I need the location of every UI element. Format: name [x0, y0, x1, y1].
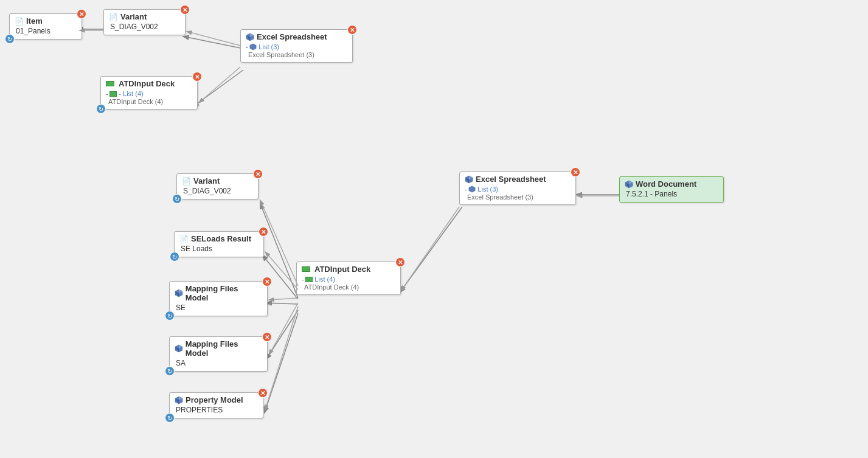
atdinput1-subtitle: ATDInput Deck (4)	[106, 98, 192, 105]
excel2-close-btn[interactable]: ✕	[571, 167, 580, 177]
excel1-subtitle: Excel Spreadsheet (3)	[246, 51, 347, 58]
svg-marker-27	[469, 186, 475, 192]
variant1-subtitle: S_DIAG_V002	[109, 23, 180, 31]
atdinput2-title: ATDInput Deck	[302, 265, 395, 274]
atdinput2-list-icon	[305, 277, 313, 282]
variant1-node[interactable]: ✕ 📄 Variant S_DIAG_V002	[103, 9, 186, 35]
excel1-node[interactable]: ✕ Excel Spreadsheet - List (3) Excel Spr…	[240, 29, 353, 63]
variant2-node[interactable]: ✕ 📄 Variant S_DIAG_V002 ↻	[176, 173, 259, 200]
seloads-refresh-btn[interactable]: ↻	[170, 252, 179, 262]
connections-svg	[0, 0, 868, 458]
item-node[interactable]: ✕ 📄 Item 01_Panels ↻	[9, 13, 82, 40]
atdinput1-node[interactable]: ✕ ATDInput Deck - - List (4) ATDInput De…	[100, 76, 198, 109]
word-title: Word Document	[625, 179, 718, 189]
excel1-title: Excel Spreadsheet	[246, 32, 347, 41]
svg-line-34	[200, 67, 240, 102]
canvas: ✕ 📄 Item 01_Panels ↻ ✕ 📄 Variant S_DIAG_…	[0, 0, 868, 458]
item-close-btn[interactable]: ✕	[77, 9, 86, 19]
svg-line-6	[266, 303, 298, 304]
excel1-list-icon	[249, 43, 257, 50]
svg-marker-14	[250, 44, 256, 50]
svg-line-8	[265, 313, 298, 412]
svg-line-39	[265, 307, 298, 409]
atdinput2-bar-icon	[302, 266, 310, 272]
mapping-se-node[interactable]: ✕ Mapping Files Model SE ↻	[169, 281, 268, 316]
svg-line-33	[187, 32, 240, 46]
excel2-list-icon	[468, 186, 476, 193]
atdinput2-close-btn[interactable]: ✕	[395, 257, 405, 267]
seloads-title: 📄 SELoads Result	[179, 234, 259, 243]
excel1-close-btn[interactable]: ✕	[347, 25, 357, 35]
variant1-page-icon: 📄	[109, 13, 118, 21]
atdinput1-bar-icon	[106, 81, 114, 86]
svg-line-37	[269, 298, 298, 300]
arrows-layer	[0, 0, 868, 458]
property-cube-icon	[175, 396, 183, 404]
item-refresh-btn[interactable]: ↻	[5, 34, 15, 44]
atdinput1-list-icon	[109, 91, 117, 97]
excel1-cube-icon	[246, 33, 254, 41]
svg-line-9	[400, 207, 462, 292]
atdinput2-node[interactable]: ✕ ATDInput Deck - List (4) ATDInput Deck…	[296, 262, 401, 295]
atdinput1-close-btn[interactable]: ✕	[192, 72, 202, 82]
variant2-close-btn[interactable]: ✕	[253, 169, 263, 179]
excel2-title: Excel Spreadsheet	[465, 175, 571, 184]
variant1-title: 📄 Variant	[109, 12, 180, 21]
word-node[interactable]: Word Document 7.5.2.1 - Panels	[619, 176, 724, 203]
variant2-subtitle: S_DIAG_V002	[182, 187, 253, 195]
atdinput2-subtitle: ATDInput Deck (4)	[302, 283, 395, 291]
atdinput1-refresh-btn[interactable]: ↻	[96, 104, 106, 114]
atdinput1-list: - - List (4)	[106, 90, 192, 97]
seloads-subtitle: SE Loads	[179, 245, 259, 253]
excel2-cube-icon	[465, 175, 473, 184]
excel2-subtitle: Excel Spreadsheet (3)	[465, 193, 571, 201]
property-refresh-btn[interactable]: ↻	[165, 413, 175, 423]
mapping-sa-cube-icon	[175, 344, 183, 353]
excel2-list: - List (3)	[465, 186, 571, 193]
variant1-close-btn[interactable]: ✕	[180, 5, 190, 15]
mapping-se-close-btn[interactable]: ✕	[262, 277, 272, 286]
variant2-page-icon: 📄	[182, 177, 191, 186]
item-title: 📄 Item	[15, 16, 77, 26]
variant2-refresh-btn[interactable]: ↻	[172, 194, 182, 204]
svg-line-35	[260, 201, 298, 286]
excel1-list: - List (3)	[246, 43, 347, 50]
excel2-node[interactable]: ✕ Excel Spreadsheet - List (3) Excel Spr…	[459, 172, 576, 205]
variant2-title: 📄 Variant	[182, 176, 253, 186]
mapping-sa-title: Mapping Files Model	[175, 339, 262, 358]
svg-line-40	[401, 207, 459, 290]
svg-line-38	[269, 303, 298, 354]
property-close-btn[interactable]: ✕	[258, 388, 268, 398]
mapping-sa-refresh-btn[interactable]: ↻	[165, 366, 175, 376]
word-cube-icon	[625, 180, 633, 189]
seloads-node[interactable]: ✕ 📄 SELoads Result SE Loads ↻	[174, 231, 264, 257]
property-title: Property Model	[175, 395, 258, 404]
mapping-sa-close-btn[interactable]: ✕	[262, 332, 272, 342]
property-node[interactable]: ✕ Property Model PROPERTIES ↻	[169, 392, 263, 418]
mapping-se-refresh-btn[interactable]: ↻	[165, 311, 175, 321]
mapping-sa-node[interactable]: ✕ Mapping Files Model SA ↻	[169, 336, 268, 372]
seloads-page-icon: 📄	[179, 235, 189, 243]
mapping-sa-subtitle: SA	[175, 359, 262, 367]
word-subtitle: 7.5.2.1 - Panels	[625, 190, 718, 198]
mapping-se-title: Mapping Files Model	[175, 284, 262, 302]
seloads-close-btn[interactable]: ✕	[259, 227, 268, 237]
atdinput2-list: - List (4)	[302, 276, 395, 283]
svg-line-2	[184, 36, 243, 49]
item-subtitle: 01_Panels	[15, 27, 77, 35]
property-subtitle: PROPERTIES	[175, 406, 258, 414]
mapping-se-cube-icon	[175, 289, 183, 297]
atdinput1-title: ATDInput Deck	[106, 79, 192, 88]
item-page-icon: 📄	[15, 17, 24, 26]
mapping-se-subtitle: SE	[175, 304, 262, 312]
